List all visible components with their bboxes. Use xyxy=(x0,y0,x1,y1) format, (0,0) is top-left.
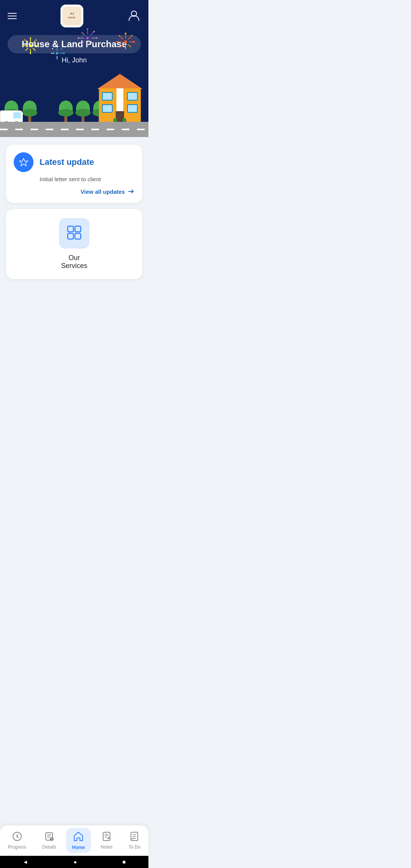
hero-section: AJ LEGAL House & Land Purchase Hi, John xyxy=(0,0,148,137)
update-card: Latest update Initial letter sent to cli… xyxy=(6,145,142,203)
grid-icon xyxy=(66,224,83,243)
page-title: House & Land Purchase xyxy=(19,39,129,49)
view-all-label: View all updates xyxy=(81,188,125,195)
title-pill: House & Land Purchase xyxy=(8,35,141,53)
house-decoration xyxy=(99,88,141,123)
header-bar: AJ LEGAL xyxy=(0,0,148,32)
svg-rect-57 xyxy=(75,226,81,232)
services-card[interactable]: OurServices xyxy=(6,209,142,279)
greeting-text: Hi, John xyxy=(0,56,148,64)
svg-text:LEGAL: LEGAL xyxy=(68,16,76,19)
update-icon xyxy=(14,152,33,172)
main-content: Latest update Initial letter sent to cli… xyxy=(0,145,148,310)
logo-image: AJ LEGAL xyxy=(62,6,81,26)
svg-line-24 xyxy=(81,32,84,35)
menu-icon[interactable] xyxy=(8,13,17,19)
scene-decoration xyxy=(0,76,148,137)
update-header: Latest update xyxy=(14,152,135,172)
svg-rect-59 xyxy=(75,233,81,239)
svg-rect-58 xyxy=(68,233,73,239)
tree-2 xyxy=(23,101,37,123)
road-decoration xyxy=(0,122,148,137)
tree-4 xyxy=(76,101,90,123)
svg-rect-56 xyxy=(68,226,73,232)
svg-point-0 xyxy=(65,9,79,23)
update-message: Initial letter sent to client xyxy=(40,176,135,182)
tree-3 xyxy=(59,101,73,123)
services-title: OurServices xyxy=(61,254,87,270)
app-logo: AJ LEGAL xyxy=(61,5,83,27)
profile-icon[interactable] xyxy=(127,8,141,24)
svg-point-41 xyxy=(125,33,127,35)
update-title: Latest update xyxy=(40,157,94,167)
van-decoration xyxy=(0,110,23,123)
svg-line-26 xyxy=(91,32,94,35)
view-all-button[interactable]: View all updates xyxy=(14,188,135,195)
services-icon-bg xyxy=(59,218,89,249)
svg-text:AJ: AJ xyxy=(70,12,74,15)
svg-marker-55 xyxy=(19,158,28,166)
